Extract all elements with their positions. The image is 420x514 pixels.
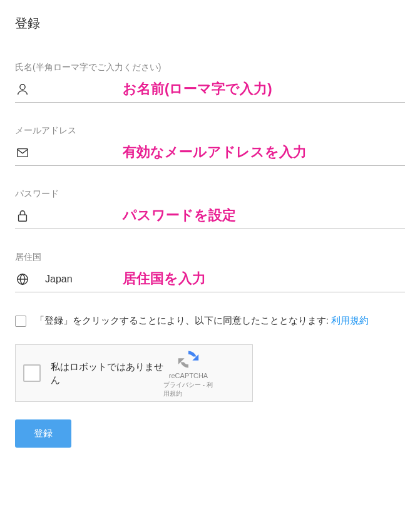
recaptcha-brand: reCAPTCHA	[169, 372, 208, 379]
password-input-row	[15, 208, 405, 229]
globe-icon	[15, 272, 30, 287]
svg-rect-0	[18, 149, 28, 157]
user-icon	[15, 82, 30, 97]
agreement-checkbox[interactable]	[15, 316, 26, 327]
form-group-password: パスワード パスワードを設定	[15, 188, 405, 229]
mail-icon	[15, 145, 30, 160]
recaptcha-label: 私はロボットではありません	[51, 360, 163, 386]
email-input[interactable]	[45, 147, 405, 158]
name-input[interactable]	[45, 84, 405, 95]
form-group-name: 氏名(半角ローマ字でご入力ください) お名前(ローマ字で入力)	[15, 62, 405, 103]
lock-icon	[15, 208, 30, 224]
agreement-text: 「登録」をクリックすることにより、以下に同意したこととなります:	[35, 316, 331, 326]
name-input-row	[15, 82, 405, 103]
password-label: パスワード	[15, 188, 405, 200]
recaptcha-logo-icon	[177, 348, 200, 371]
recaptcha-brand-box: reCAPTCHA プライバシー - 利用規約	[163, 348, 213, 398]
country-input[interactable]	[45, 274, 405, 285]
agreement-row: 「登録」をクリックすることにより、以下に同意したこととなります: 利用規約	[15, 315, 405, 327]
submit-button[interactable]: 登録	[15, 419, 71, 448]
name-label: 氏名(半角ローマ字でご入力ください)	[15, 62, 405, 73]
recaptcha-privacy-link[interactable]: プライバシー	[163, 381, 201, 388]
svg-rect-1	[19, 215, 27, 221]
form-group-country: 居住国 居住国を入力	[15, 252, 405, 292]
country-label: 居住国	[15, 252, 405, 263]
form-group-email: メールアドレス 有効なメールアドレスを入力	[15, 125, 405, 166]
recaptcha-links: プライバシー - 利用規約	[163, 381, 213, 398]
password-input[interactable]	[45, 210, 405, 222]
terms-link[interactable]: 利用規約	[331, 316, 369, 326]
email-label: メールアドレス	[15, 125, 405, 136]
page-title: 登録	[15, 15, 405, 32]
recaptcha-checkbox[interactable]	[23, 364, 41, 382]
country-input-row	[15, 272, 405, 292]
email-input-row	[15, 145, 405, 166]
agreement-label: 「登録」をクリックすることにより、以下に同意したこととなります: 利用規約	[35, 315, 369, 327]
recaptcha-box: 私はロボットではありません reCAPTCHA プライバシー - 利用規約	[15, 344, 253, 402]
